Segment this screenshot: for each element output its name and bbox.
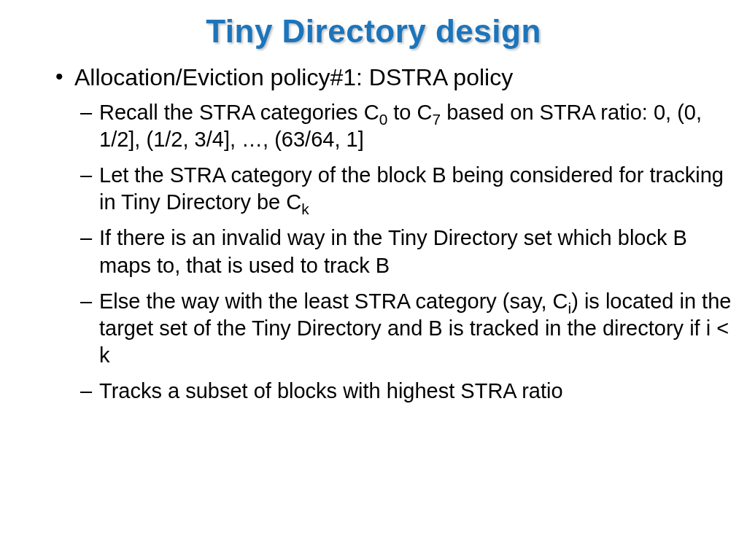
- bullet-level2: If there is an invalid way in the Tiny D…: [80, 225, 732, 279]
- text-fragment: to C: [387, 101, 432, 124]
- bullet-level2: Let the STRA category of the block B bei…: [80, 162, 732, 216]
- subscript: 0: [379, 111, 388, 128]
- text-fragment: Recall the STRA categories C: [99, 101, 379, 124]
- bullet-level2: Recall the STRA categories C0 to C7 base…: [80, 99, 732, 153]
- slide-title: Tiny Directory design: [15, 13, 732, 50]
- text-fragment: Let the STRA category of the block B bei…: [99, 163, 724, 214]
- subscript: 7: [433, 111, 441, 128]
- text-fragment: Else the way with the least STRA categor…: [99, 289, 568, 313]
- bullet-level2: Tracks a subset of blocks with highest S…: [80, 378, 732, 405]
- bullet-level2: Else the way with the least STRA categor…: [80, 288, 732, 369]
- subscript: k: [301, 201, 309, 217]
- bullet-level1: Allocation/Eviction policy#1: DSTRA poli…: [55, 63, 732, 92]
